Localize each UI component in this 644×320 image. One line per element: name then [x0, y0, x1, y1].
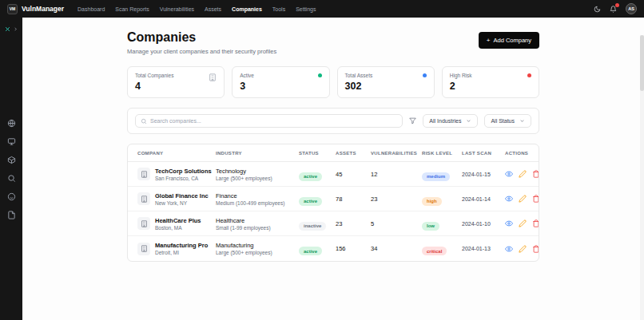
chevron-down-icon [466, 118, 471, 124]
last-scan-date: 2024-01-13 [462, 246, 505, 251]
add-company-button[interactable]: + Add Company [479, 32, 539, 49]
building-icon [137, 217, 150, 230]
assets-count: 23 [336, 220, 371, 227]
sidebar [0, 18, 22, 320]
topbar-right: AS [594, 3, 637, 14]
file-icon[interactable] [7, 211, 16, 219]
sidebar-icon-group [7, 119, 16, 219]
stat-label: Active [240, 73, 321, 78]
globe-icon[interactable] [7, 119, 16, 128]
smiley-icon[interactable] [7, 192, 16, 201]
page-subtitle: Manage your client companies and their s… [127, 48, 276, 55]
status-filter-select[interactable]: All Status [484, 114, 531, 128]
app-logo: VM [7, 4, 18, 14]
notifications-bell-icon[interactable] [610, 6, 617, 13]
col-risk-level: RISK LEVEL [422, 151, 462, 156]
col-vulnerabilities: VULNERABILITIES [371, 151, 422, 156]
search-input[interactable] [150, 118, 397, 124]
edit-icon[interactable] [519, 170, 527, 178]
main-content: Companies Manage your client companies a… [22, 18, 644, 320]
edit-icon[interactable] [519, 195, 527, 203]
col-actions: ACTIONS [505, 151, 529, 156]
edit-icon[interactable] [519, 219, 527, 227]
industry-name: Manufacturing [216, 242, 299, 249]
status-badge: active [299, 247, 322, 255]
scrollbar-thumb[interactable] [640, 35, 644, 91]
col-status: STATUS [299, 151, 336, 156]
table-header-row: COMPANY INDUSTRY STATUS ASSETS VULNERABI… [128, 144, 539, 162]
last-scan-date: 2024-01-10 [462, 221, 505, 227]
company-location: New York, NY [155, 200, 209, 206]
company-size: Small (1-99 employees) [216, 225, 299, 231]
red-dot-icon [527, 73, 531, 77]
view-icon[interactable] [505, 219, 513, 227]
industry-filter-select[interactable]: All Industries [423, 114, 478, 128]
risk-badge: medium [422, 172, 450, 181]
industry-name: Finance [216, 192, 299, 200]
delete-icon[interactable] [532, 245, 539, 253]
stat-active: Active 3 [232, 66, 329, 98]
app-window: VM VulnManager Dashboard Scan Reports Vu… [0, 0, 644, 320]
company-location: Boston, MA [155, 225, 201, 231]
delete-icon[interactable] [532, 219, 539, 227]
scrollbar[interactable] [640, 35, 644, 320]
primary-nav: Dashboard Scan Reports Vulnerabilities A… [78, 6, 316, 12]
nav-vulnerabilities[interactable]: Vulnerabilities [160, 6, 194, 12]
monitor-icon[interactable] [7, 137, 16, 146]
brand-name: VulnManager [22, 5, 64, 13]
table-row[interactable]: Manufacturing Pro Detroit, MI Manufactur… [128, 236, 539, 261]
assets-count: 78 [336, 196, 371, 203]
table-row[interactable]: HealthCare Plus Boston, MA Healthcare Sm… [128, 211, 539, 236]
delete-icon[interactable] [532, 195, 539, 203]
col-company: COMPANY [137, 151, 216, 156]
blue-dot-icon [423, 73, 427, 77]
dark-mode-icon[interactable] [594, 6, 601, 13]
building-icon [137, 243, 150, 255]
delete-icon[interactable] [532, 170, 539, 178]
nav-scan-reports[interactable]: Scan Reports [115, 6, 149, 12]
vulnerabilities-count: 23 [371, 196, 422, 203]
nav-tools[interactable]: Tools [272, 6, 285, 12]
page-title: Companies [127, 30, 276, 45]
vulnerabilities-count: 34 [371, 245, 422, 252]
company-size: Large (500+ employees) [216, 176, 299, 181]
search-icon [141, 118, 147, 124]
view-icon[interactable] [505, 245, 513, 253]
risk-badge: critical [422, 247, 447, 255]
search-box [135, 114, 403, 128]
table-row[interactable]: TechCorp Solutions San Francisco, CA Tec… [128, 162, 539, 187]
nav-dashboard[interactable]: Dashboard [78, 6, 105, 12]
building-icon [137, 192, 150, 205]
add-company-label: Add Company [493, 37, 531, 44]
table-row[interactable]: Global Finance Inc New York, NY Finance … [128, 187, 539, 211]
nav-settings[interactable]: Settings [296, 6, 316, 12]
green-dot-icon [318, 73, 322, 77]
stat-value: 302 [345, 81, 427, 92]
search-icon[interactable] [7, 174, 16, 183]
chevron-down-icon [519, 118, 525, 124]
avatar[interactable]: AS [626, 3, 637, 14]
top-navbar: VM VulnManager Dashboard Scan Reports Vu… [0, 0, 644, 18]
company-name: TechCorp Solutions [155, 168, 212, 175]
stat-value: 4 [135, 81, 217, 92]
nav-companies[interactable]: Companies [232, 6, 262, 12]
view-icon[interactable] [505, 195, 513, 203]
filter-funnel-icon[interactable] [409, 117, 416, 124]
stat-value: 2 [450, 81, 531, 92]
risk-badge: high [422, 197, 442, 206]
stat-value: 3 [240, 81, 321, 92]
view-icon[interactable] [505, 170, 513, 178]
package-icon[interactable] [7, 156, 16, 164]
stats-row: Total Companies 4 Active 3 Total Assets … [127, 66, 539, 98]
assets-count: 156 [336, 245, 371, 252]
last-scan-date: 2024-01-14 [462, 196, 505, 202]
vulnerabilities-count: 5 [371, 220, 422, 227]
company-name: Global Finance Inc [155, 192, 209, 200]
sidebar-toggle[interactable] [4, 26, 18, 33]
vulnerabilities-count: 12 [371, 171, 422, 178]
notification-dot [615, 3, 619, 7]
nav-assets[interactable]: Assets [205, 6, 221, 12]
col-last-scan: LAST SCAN [462, 151, 505, 156]
status-badge: active [299, 172, 322, 181]
edit-icon[interactable] [519, 245, 527, 253]
